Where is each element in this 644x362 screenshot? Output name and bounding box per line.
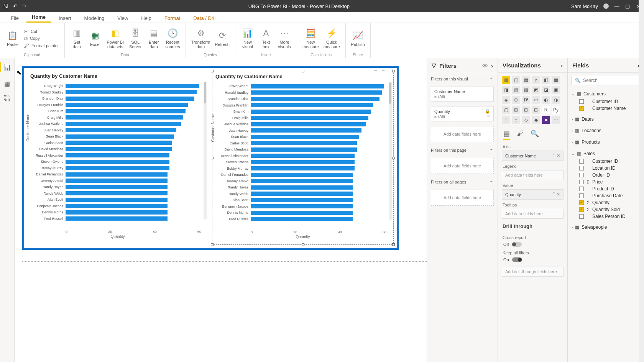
bar-row[interactable]: Sean Black [66, 133, 201, 140]
model-view-icon[interactable]: ⿻ [4, 95, 10, 102]
report-canvas[interactable]: ▽ ▢ ⋯ Quantity by Customer Name Customer… [15, 58, 427, 362]
cross-report-toggle[interactable]: Off [498, 241, 567, 248]
bar-row[interactable]: Russell Alexander [66, 152, 201, 159]
cut-button[interactable]: ✂Cut [24, 28, 59, 34]
legend-well[interactable]: Add data fields here [502, 170, 564, 180]
field-row[interactable]: Customer ID [572, 158, 640, 165]
quick-measure-button[interactable]: ⚡Quick measure [322, 25, 342, 52]
table-header[interactable]: ⌄▦Customers [572, 90, 640, 98]
viz-type-icon[interactable]: ⊟ [522, 106, 530, 114]
bar-row[interactable]: Craig Mills [66, 115, 201, 121]
field-row[interactable]: ΣPrice [572, 179, 640, 185]
analytics-tab-icon[interactable]: 🔍 [531, 129, 539, 140]
viz-type-icon[interactable]: ⊞ [512, 106, 520, 114]
bar-row[interactable]: Dennis Morris [251, 210, 386, 216]
bar-chart-2[interactable]: Quantity by Customer Name Customer Name … [212, 71, 394, 245]
restore-icon[interactable]: ▢ [625, 3, 630, 9]
filter-card-quantity[interactable]: Quantity˅ 🔒 is (All)👁 [431, 106, 494, 121]
filter-dropzone-page[interactable]: Add data fields here [431, 158, 494, 174]
filter-card-customer[interactable]: Customer Name is (All) [431, 87, 494, 102]
viz-type-icon[interactable]: ▣ [552, 86, 560, 94]
data-view-icon[interactable]: ▦ [4, 80, 10, 87]
more-visuals-button[interactable]: ⋯More visuals [276, 25, 293, 52]
bar-row[interactable]: Joshua Watkins [66, 121, 201, 127]
format-tab-icon[interactable]: 🖌 [517, 129, 524, 140]
more-icon[interactable]: ⋯ [490, 76, 494, 81]
user-name[interactable]: Sam McKay [571, 3, 598, 9]
bar-row[interactable]: Russell Alexander [251, 153, 386, 159]
bar-row[interactable]: Craig Wright [66, 83, 201, 89]
bar-row[interactable]: Randy Webb [66, 190, 201, 197]
bar-row[interactable]: Douglas Franklin [251, 102, 386, 109]
viz-type-icon[interactable]: ▭ [532, 96, 540, 104]
bar-row[interactable]: Ronald Bradley [251, 90, 386, 96]
bar-row[interactable]: Sean Black [251, 134, 386, 140]
viz-type-icon[interactable]: ⌂ [512, 116, 520, 124]
viz-type-icon[interactable]: ◩ [532, 86, 540, 94]
field-row[interactable]: ΣQuantity [572, 199, 640, 206]
bar-row[interactable]: Brian Kim [66, 108, 201, 115]
collapse-icon[interactable]: › [491, 62, 493, 69]
field-row[interactable]: Purchase Date [572, 192, 640, 199]
get-data-button[interactable]: ▥Get data [69, 25, 85, 52]
filter-dropzone-visual[interactable]: Add data fields here [431, 126, 494, 142]
viz-type-icon[interactable]: Py [552, 106, 560, 114]
minimize-icon[interactable]: — [614, 3, 619, 9]
bar-row[interactable]: Benjamin Jacobs [251, 203, 386, 210]
value-well[interactable]: Quantity˅✕ [502, 189, 564, 200]
bar-row[interactable]: Randy Hayes [66, 184, 201, 190]
bar-row[interactable]: Steven Owens [66, 159, 201, 165]
bar-row[interactable]: Steven Owens [251, 159, 386, 165]
eye-icon[interactable]: 👁 [482, 62, 488, 69]
viz-type-icon[interactable]: ◨ [502, 86, 510, 94]
tab-view[interactable]: View [112, 13, 133, 23]
viz-type-icon[interactable]: 🗺 [522, 96, 530, 104]
bar-row[interactable]: Randy Hayes [251, 184, 386, 191]
filter-dropzone-all[interactable]: Add data fields here [431, 190, 494, 206]
report-view-icon[interactable]: 📊 [0, 62, 14, 72]
recent-sources-button[interactable]: 🕓Recent sources [164, 25, 182, 52]
drill-through-well[interactable]: Add drill-through fields here [502, 267, 564, 277]
bar-row[interactable]: Alan Scott [251, 197, 386, 203]
viz-type-icon[interactable]: ◑ [552, 96, 560, 104]
bar-row[interactable]: Randy Webb [251, 191, 386, 197]
save-icon[interactable]: 🖫 [3, 3, 8, 9]
collapse-icon[interactable]: › [561, 62, 563, 69]
bar-row[interactable]: Brian Kim [251, 108, 386, 115]
table-header[interactable]: ›▦Locations [572, 126, 640, 135]
field-row[interactable]: Location ID [572, 165, 640, 172]
viz-type-icon[interactable]: ◈ [502, 96, 510, 104]
copy-button[interactable]: ⧉Copy [24, 35, 59, 42]
paste-button[interactable]: 📋Paste [4, 25, 21, 52]
tab-insert[interactable]: Insert [53, 13, 77, 23]
tab-home[interactable]: Home [26, 12, 51, 23]
refresh-button[interactable]: ⟳Refresh [213, 25, 231, 52]
viz-type-icon[interactable]: ▥ [502, 76, 510, 84]
bar-row[interactable]: Brandon Diaz [66, 95, 201, 102]
tooltips-well[interactable]: Add data fields here [502, 209, 564, 219]
bar-row[interactable]: Ronald Bradley [66, 89, 201, 96]
viz-type-icon[interactable]: ■ [542, 116, 550, 124]
table-header[interactable]: ›▦Salespeople [572, 223, 640, 231]
viz-type-icon[interactable]: ◧ [542, 76, 550, 84]
field-row[interactable]: Order ID [572, 172, 640, 179]
new-visual-button[interactable]: 📊New visual [239, 25, 256, 52]
bar-chart-1[interactable]: Quantity by Customer Name Customer Name … [27, 71, 208, 245]
field-row[interactable]: ΣQuantity Sold [572, 206, 640, 213]
viz-type-icon[interactable]: ▢ [502, 106, 510, 114]
viz-type-icon[interactable]: ⫽ [532, 76, 540, 84]
bar-row[interactable]: Benjamin Jacobs [66, 203, 201, 210]
bar-row[interactable]: Bobby Murray [66, 165, 201, 172]
bar-row[interactable]: Jeremy Arnold [251, 178, 386, 185]
bar-row[interactable]: Alan Scott [66, 197, 201, 203]
table-header[interactable]: ›▦Dates [572, 115, 640, 123]
viz-type-icon[interactable]: ⊡ [532, 106, 540, 114]
table-header[interactable]: ⌄▦Sales [572, 149, 640, 158]
undo-icon[interactable]: ↶ [13, 3, 18, 9]
new-measure-button[interactable]: 🧮New measure [301, 25, 320, 52]
viz-type-icon[interactable]: ◐ [542, 96, 550, 104]
chart-scrollbar[interactable] [204, 82, 207, 219]
avatar[interactable] [603, 3, 609, 9]
more-icon[interactable]: ⋯ [490, 147, 494, 152]
enter-data-button[interactable]: ▤Enter data [145, 25, 162, 52]
